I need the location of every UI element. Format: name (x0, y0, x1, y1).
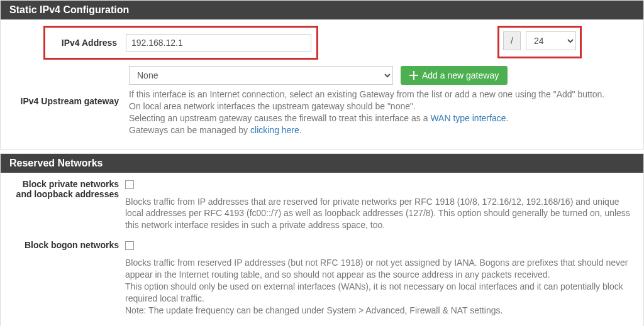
static-ipv4-body: IPv4 Address / 24 IPv4 Upstream gateway (1, 19, 643, 149)
cidr-highlight-box: / 24 (497, 26, 582, 58)
gateway-help-line2: On local area network interfaces the ups… (129, 101, 635, 112)
block-bogon-description: Blocks traffic from reserved IP addresse… (125, 257, 638, 316)
cidr-slash-label: / (503, 31, 521, 50)
static-ipv4-panel: Static IPv4 Configuration IPv4 Address /… (0, 0, 644, 149)
static-ipv4-heading: Static IPv4 Configuration (1, 1, 643, 19)
block-bogon-label: Block bogon networks (6, 240, 125, 254)
gateway-label: IPv4 Upstream gateway (6, 92, 125, 110)
block-private-description: Blocks traffic from IP addresses that ar… (125, 196, 638, 232)
gateway-help: If this interface is an Internet connect… (129, 89, 635, 136)
ipv4-highlight-box: IPv4 Address (43, 26, 318, 60)
gateway-select[interactable]: None (129, 66, 393, 85)
block-private-checkbox[interactable] (125, 180, 134, 189)
block-bogon-row: Block bogon networks Blocks traffic from… (6, 240, 638, 316)
wan-type-interface-link[interactable]: WAN type interface (430, 113, 506, 123)
reserved-networks-panel: Reserved Networks Block private networks… (0, 153, 644, 326)
plus-icon (409, 71, 418, 80)
add-gateway-button[interactable]: Add a new gateway (401, 66, 508, 85)
cidr-select[interactable]: 24 (526, 31, 576, 50)
ipv4-address-label: IPv4 Address (50, 38, 126, 48)
block-bogon-checkbox[interactable] (125, 241, 134, 250)
gateway-row: IPv4 Upstream gateway None Add a new gat… (6, 65, 638, 138)
gateway-help-line3: Selecting an upstream gateway causes the… (129, 112, 635, 124)
ipv4-address-row: IPv4 Address / 24 (6, 26, 638, 60)
add-gateway-button-label: Add a new gateway (422, 70, 499, 80)
reserved-networks-heading: Reserved Networks (1, 154, 643, 173)
block-private-row: Block private networks and loopback addr… (6, 179, 638, 232)
gateway-help-line1: If this interface is an Internet connect… (129, 89, 635, 101)
reserved-networks-body: Block private networks and loopback addr… (1, 173, 643, 326)
block-private-label: Block private networks and loopback addr… (6, 179, 125, 203)
ipv4-address-input[interactable] (126, 34, 311, 52)
gateways-manage-link[interactable]: clicking here (250, 125, 299, 135)
gateway-help-line4: Gateways can be managed by clicking here… (129, 124, 635, 136)
